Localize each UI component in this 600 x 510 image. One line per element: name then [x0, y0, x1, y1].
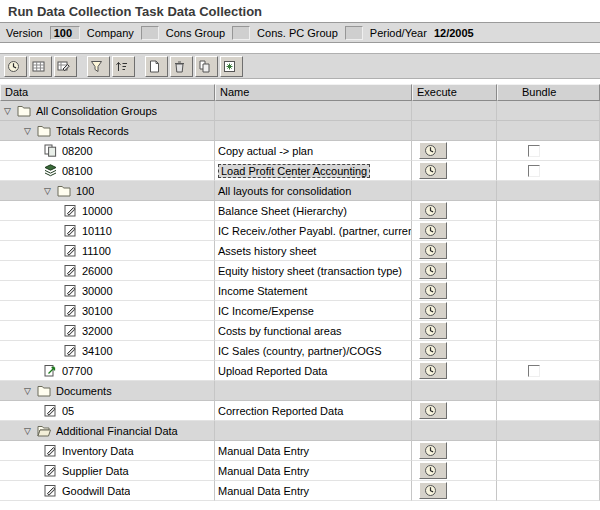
execute-cell	[412, 341, 497, 361]
data-cell: 08200	[0, 141, 215, 161]
filter-button[interactable]	[87, 56, 110, 77]
tree-leaf-row[interactable]: 30000Income Statement	[0, 281, 600, 301]
data-cell: 32000	[0, 321, 215, 341]
tree-leaf-row[interactable]: 34100IC Sales (country, partner)/COGS	[0, 341, 600, 361]
name-cell: Copy actual -> plan	[215, 141, 412, 161]
execute-icon	[424, 484, 437, 497]
bundle-checkbox[interactable]	[528, 165, 540, 177]
tree-leaf-row[interactable]: 08200Copy actual -> plan	[0, 141, 600, 161]
execute-cell	[412, 121, 497, 141]
bundle-cell	[497, 481, 600, 501]
name-cell	[215, 101, 412, 121]
tree-leaf-row[interactable]: Supplier DataManual Data Entry	[0, 461, 600, 481]
column-header-name: Name	[215, 84, 412, 101]
execute-icon	[424, 224, 437, 237]
doc-copy-icon	[198, 60, 211, 73]
execute-task-button[interactable]	[419, 302, 447, 319]
tree-leaf-row[interactable]: 08100Load Profit Center Accounting	[0, 161, 600, 181]
expander-icon[interactable]: ▽	[24, 426, 37, 436]
bundle-cell	[497, 181, 600, 201]
execute-task-button[interactable]	[419, 282, 447, 299]
execute-task-button[interactable]	[419, 322, 447, 339]
name-cell	[215, 421, 412, 441]
tree-leaf-row[interactable]: 26000Equity history sheet (transaction t…	[0, 261, 600, 281]
node-label: 08200	[62, 145, 93, 157]
delete-button[interactable]	[170, 56, 193, 77]
execute-cell	[412, 441, 497, 461]
execute-task-button[interactable]	[419, 482, 447, 499]
execute-cell	[412, 101, 497, 121]
execute-task-button[interactable]	[419, 462, 447, 479]
settings-icon	[223, 60, 236, 73]
bundle-cell	[497, 321, 600, 341]
change-layout-button[interactable]	[54, 56, 77, 77]
execute-cell	[412, 421, 497, 441]
execute-task-button[interactable]	[419, 362, 447, 379]
expander-icon[interactable]: ▽	[24, 386, 37, 396]
settings-button[interactable]	[220, 56, 243, 77]
tree-leaf-row[interactable]: 32000Costs by functional areas	[0, 321, 600, 341]
task-name: Equity history sheet (transaction type)	[218, 265, 402, 277]
display-overview-button[interactable]	[29, 56, 52, 77]
node-label: 30100	[82, 305, 113, 317]
tree-group-row[interactable]: ▽Additional Financial Data	[0, 421, 600, 441]
tree-leaf-row[interactable]: 10000Balance Sheet (Hierarchy)	[0, 201, 600, 221]
bundle-checkbox[interactable]	[528, 365, 540, 377]
execute-task-button[interactable]	[419, 402, 447, 419]
company-value[interactable]	[141, 26, 159, 40]
tree-leaf-row[interactable]: 30100IC Income/Expense	[0, 301, 600, 321]
tree-leaf-row[interactable]: 11100Assets history sheet	[0, 241, 600, 261]
execute-button[interactable]	[4, 56, 27, 77]
tree-leaf-row[interactable]: Inventory DataManual Data Entry	[0, 441, 600, 461]
name-cell: Equity history sheet (transaction type)	[215, 261, 412, 281]
tree-leaf-row[interactable]: 07700Upload Reported Data	[0, 361, 600, 381]
table-icon	[32, 60, 45, 73]
data-cell: ▽All Consolidation Groups	[0, 101, 215, 121]
tree-group-row[interactable]: ▽Documents	[0, 381, 600, 401]
execute-cell	[412, 361, 497, 381]
execute-task-button[interactable]	[419, 142, 447, 159]
version-value[interactable]: 100	[50, 26, 80, 40]
column-header-bundle: Bundle	[497, 84, 600, 101]
expander-icon[interactable]: ▽	[4, 106, 17, 116]
execute-task-button[interactable]	[419, 262, 447, 279]
page-title: Run Data Collection Task Data Collection	[0, 0, 600, 22]
execute-icon	[424, 164, 437, 177]
execute-icon	[424, 264, 437, 277]
cons-group-value[interactable]	[232, 26, 250, 40]
node-label: 11100	[82, 245, 111, 257]
tree-leaf-row[interactable]: 05Correction Reported Data	[0, 401, 600, 421]
task-name: IC Receiv./other Payabl. (partner, curre…	[218, 225, 412, 237]
edit-icon	[44, 404, 57, 417]
execute-task-button[interactable]	[419, 242, 447, 259]
expander-icon[interactable]: ▽	[24, 126, 37, 136]
bundle-checkbox[interactable]	[528, 145, 540, 157]
name-cell: Balance Sheet (Hierarchy)	[215, 201, 412, 221]
execute-task-button[interactable]	[419, 222, 447, 239]
transport-button[interactable]	[195, 56, 218, 77]
task-name: Balance Sheet (Hierarchy)	[218, 205, 347, 217]
create-button[interactable]	[145, 56, 168, 77]
tree-group-row[interactable]: ▽Totals Records	[0, 121, 600, 141]
data-cell: ▽Additional Financial Data	[0, 421, 215, 441]
folder-open-icon	[37, 425, 51, 437]
execute-task-button[interactable]	[419, 162, 447, 179]
data-cell: Goodwill Data	[0, 481, 215, 501]
tree-leaf-row[interactable]: Goodwill DataManual Data Entry	[0, 481, 600, 501]
tree-leaf-row[interactable]: 10110IC Receiv./other Payabl. (partner, …	[0, 221, 600, 241]
sort-button[interactable]	[112, 56, 135, 77]
edit-icon	[64, 264, 77, 277]
column-header-data: Data	[0, 84, 215, 101]
cons-pc-group-value[interactable]	[345, 26, 363, 40]
edit-icon	[64, 344, 77, 357]
task-name: Assets history sheet	[218, 245, 316, 257]
name-cell: Manual Data Entry	[215, 461, 412, 481]
tree-group-row[interactable]: ▽All Consolidation Groups	[0, 101, 600, 121]
execute-cell	[412, 241, 497, 261]
execute-task-button[interactable]	[419, 342, 447, 359]
expander-icon[interactable]: ▽	[44, 186, 57, 196]
tree-group-row[interactable]: ▽100All layouts for consolidation	[0, 181, 600, 201]
execute-task-button[interactable]	[419, 202, 447, 219]
sort-icon	[115, 60, 128, 73]
execute-task-button[interactable]	[419, 442, 447, 459]
